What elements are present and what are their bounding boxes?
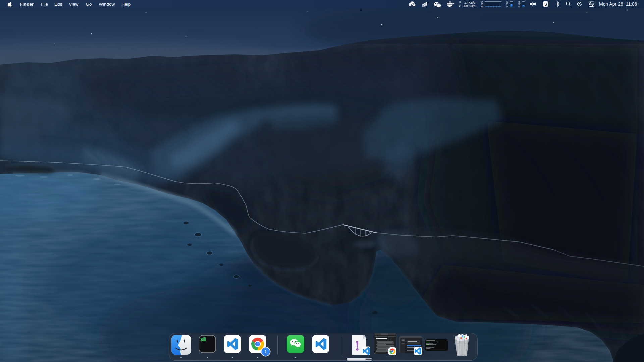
svg-text:1: 1 (264, 349, 267, 354)
svg-text:M: M (506, 5, 508, 8)
svg-text:$: $ (200, 337, 203, 342)
svg-text:S: S (544, 2, 547, 7)
svg-text:U: U (481, 5, 483, 8)
svg-text:G: G (422, 5, 424, 7)
svg-text:560 KB/s: 560 KB/s (462, 4, 475, 8)
svg-text:!: ! (355, 338, 360, 354)
svg-text:D: D (518, 5, 520, 8)
